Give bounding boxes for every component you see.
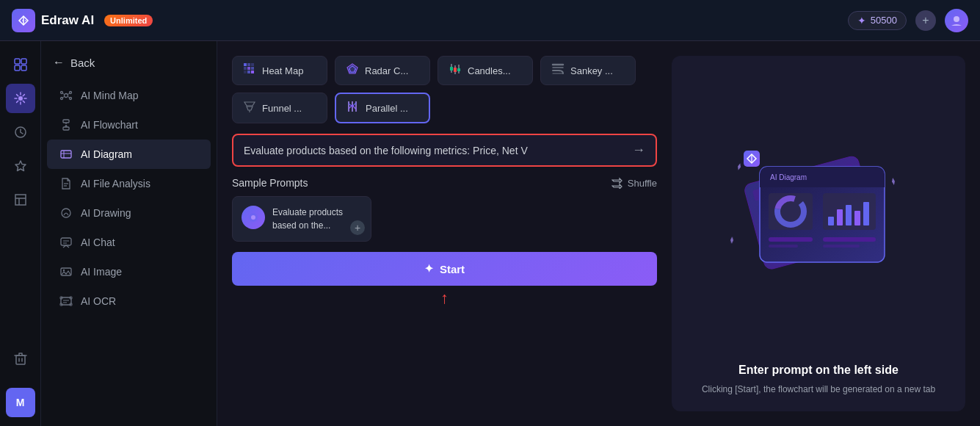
funnel-icon [243, 100, 256, 116]
sidebar-label-chat: AI Chat [81, 237, 115, 248]
svg-rect-39 [244, 63, 247, 66]
sidebar-label-diagram: AI Diagram [81, 148, 132, 160]
sidebar-item-diagram[interactable]: AI Diagram [47, 140, 211, 169]
ocr-icon [59, 294, 73, 308]
svg-marker-61 [247, 106, 253, 110]
svg-rect-42 [244, 67, 247, 70]
icon-trash[interactable] [6, 344, 35, 373]
mindmap-icon [59, 88, 73, 103]
icon-new[interactable] [6, 50, 35, 79]
sidebar: ← Back AI Mind Map [41, 41, 217, 426]
svg-rect-21 [61, 151, 71, 158]
sample-cards: Evaluate products based on the... + [232, 196, 657, 242]
flowchart-icon [59, 118, 73, 132]
prompt-submit-icon[interactable]: → [632, 142, 645, 158]
svg-marker-60 [244, 102, 255, 106]
chart-btn-radar-label: Radar C... [365, 65, 408, 76]
svg-rect-46 [247, 71, 250, 73]
svg-rect-55 [454, 68, 457, 72]
svg-line-14 [68, 93, 70, 95]
chart-btn-sankey-label: Sankey ... [570, 65, 613, 76]
icon-templates[interactable] [6, 185, 35, 214]
user-initial[interactable]: M [6, 388, 35, 417]
sample-prompts-title: Sample Prompts [232, 177, 308, 189]
back-label: Back [70, 57, 95, 69]
credit-amount: 50500 [871, 15, 897, 26]
svg-point-8 [65, 94, 68, 98]
sidebar-item-fileanalysis[interactable]: AI File Analysis [47, 169, 211, 198]
sample-prompts-header: Sample Prompts Shuffle [232, 177, 657, 189]
svg-point-67 [251, 215, 255, 220]
chart-btn-heatmap[interactable]: Heat Map [232, 56, 327, 85]
sample-card-text-0: Evaluate products based on the... [272, 206, 362, 232]
chart-btn-candles[interactable]: Candles... [438, 56, 533, 85]
svg-rect-83 [854, 211, 860, 225]
prompt-input[interactable] [244, 145, 625, 156]
parallel-icon [346, 100, 360, 116]
svg-rect-52 [450, 67, 453, 71]
back-button[interactable]: ← Back [41, 50, 217, 81]
candles-icon [449, 62, 462, 79]
chart-btn-sankey[interactable]: Sankey ... [540, 56, 636, 85]
svg-rect-85 [769, 237, 813, 242]
icon-ai-tools[interactable] [6, 84, 35, 113]
fileanalysis-icon [59, 176, 73, 191]
icon-favorites[interactable] [6, 151, 35, 181]
svg-point-0 [954, 16, 959, 22]
sidebar-label-fileanalysis: AI File Analysis [81, 178, 150, 189]
right-panel: AI Diagram [672, 56, 965, 411]
chart-btn-radar[interactable]: Radar C... [335, 56, 430, 85]
svg-rect-27 [61, 238, 71, 245]
svg-line-13 [62, 93, 65, 95]
start-label: Start [440, 263, 465, 275]
svg-line-15 [62, 97, 65, 98]
sidebar-item-flowchart[interactable]: AI Flowchart [47, 110, 211, 140]
sidebar-item-mindmap[interactable]: AI Mind Map [47, 81, 211, 110]
svg-text:AI Diagram: AI Diagram [770, 173, 807, 181]
chart-type-buttons: Heat Map Radar C... [232, 56, 657, 123]
chart-btn-parallel[interactable]: Parallel ... [335, 93, 430, 123]
chart-btn-heatmap-label: Heat Map [262, 65, 303, 76]
heatmap-icon [243, 62, 256, 79]
sidebar-item-ocr[interactable]: AI OCR [47, 286, 211, 316]
svg-rect-86 [769, 245, 798, 248]
svg-rect-4 [21, 65, 26, 71]
chart-btn-parallel-label: Parallel ... [366, 103, 408, 114]
sample-card-0[interactable]: Evaluate products based on the... + [232, 196, 371, 242]
svg-rect-43 [247, 67, 250, 70]
svg-marker-92 [891, 178, 896, 186]
sidebar-label-mindmap: AI Mind Map [81, 90, 139, 101]
chat-icon [59, 235, 73, 250]
chart-btn-candles-label: Candles... [468, 65, 511, 76]
logo-icon [12, 9, 35, 32]
svg-rect-2 [21, 59, 26, 64]
credit-display: ✦ 50500 [848, 11, 907, 30]
start-button[interactable]: ✦ Start [232, 252, 657, 286]
sidebar-item-image[interactable]: AI Image [47, 257, 211, 286]
sample-card-add-0[interactable]: + [350, 220, 365, 235]
sidebar-label-drawing: AI Drawing [81, 207, 131, 219]
svg-line-16 [68, 97, 70, 98]
svg-rect-88 [823, 245, 860, 248]
svg-rect-17 [63, 120, 69, 123]
svg-rect-80 [828, 217, 834, 225]
icon-bar: M [0, 41, 41, 426]
sidebar-item-chat[interactable]: AI Chat [47, 228, 211, 257]
sidebar-item-drawing[interactable]: AI Drawing [47, 198, 211, 228]
sidebar-label-ocr: AI OCR [81, 295, 116, 307]
header-right: ✦ 50500 + [848, 9, 968, 32]
svg-rect-40 [247, 63, 250, 66]
right-panel-title: Enter prompt on the left side [702, 364, 935, 377]
shuffle-button[interactable]: Shuffle [611, 177, 657, 189]
header: Edraw AI Unlimited ✦ 50500 + [0, 0, 980, 41]
image-icon [59, 264, 73, 279]
shuffle-label: Shuffle [628, 178, 657, 189]
icon-recent[interactable] [6, 118, 35, 147]
avatar[interactable] [945, 9, 968, 32]
chart-btn-funnel[interactable]: Funnel ... [232, 93, 327, 123]
right-text-area: Enter prompt on the left side Clicking [… [702, 364, 935, 397]
add-button[interactable]: + [915, 10, 936, 31]
sample-card-icon-0 [242, 206, 265, 229]
svg-rect-45 [244, 71, 247, 73]
back-arrow-icon: ← [53, 56, 65, 69]
